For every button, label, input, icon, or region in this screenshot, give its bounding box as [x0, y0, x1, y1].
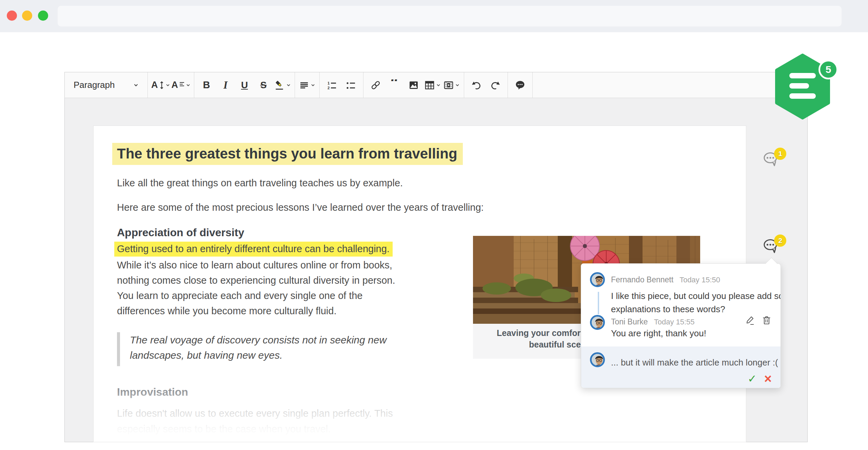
caption-line: Leaving your comfort zo [497, 328, 595, 338]
strikethrough-icon: S [260, 80, 267, 91]
font-family-button[interactable]: A [172, 74, 191, 96]
undo-icon [471, 80, 482, 91]
section-diversity-body: While it’s also nice to learn about cult… [117, 258, 395, 319]
notification-count-badge: 5 [818, 60, 838, 79]
redo-icon [490, 80, 501, 91]
font-size-button[interactable]: A [151, 74, 170, 96]
comment-count-badge: 1 [774, 148, 786, 160]
paragraph-style-label: Paragraph [74, 80, 115, 90]
zoom-window-button[interactable] [38, 11, 48, 21]
undo-button[interactable] [468, 74, 485, 96]
quote-line: The real voyage of discovery consists no… [130, 332, 387, 348]
submit-comment-button[interactable]: ✓ [748, 372, 757, 385]
bulleted-list-icon [346, 80, 356, 90]
font-size-arrows-icon [159, 81, 164, 90]
body-line: You learn to appreciate each and every s… [117, 288, 395, 303]
chevron-down-icon [286, 83, 291, 88]
comment-draft-section: ... but it will make the article much lo… [581, 346, 781, 388]
insert-media-button[interactable] [443, 74, 460, 96]
bulleted-list-button[interactable] [342, 74, 360, 96]
blockquote: The real voyage of discovery consists no… [130, 332, 387, 363]
intro-paragraph-1: Like all the great things on earth trave… [117, 177, 403, 189]
close-window-button[interactable] [7, 11, 17, 21]
chevron-down-icon [186, 83, 191, 88]
comment-count-badge: 2 [774, 235, 786, 247]
comment-timestamp: Today 15:55 [654, 318, 695, 326]
bold-icon: B [203, 79, 210, 91]
comment-author: Fernando Bennett [611, 275, 673, 284]
avatar [590, 352, 605, 367]
document-title: The three greatest things you learn from… [112, 146, 463, 162]
svg-text:2: 2 [328, 86, 330, 90]
body-line: While it’s also nice to learn about cult… [117, 258, 395, 273]
editor-toolbar: Paragraph A A B I U S [65, 72, 807, 98]
strikethrough-button[interactable]: S [255, 74, 272, 96]
italic-icon: I [223, 79, 228, 91]
highlight-marker-icon [274, 80, 285, 91]
editor-content-area: The three greatest things you learn from… [65, 98, 807, 442]
insert-image-icon [409, 80, 419, 90]
paragraph-style-dropdown[interactable]: Paragraph [68, 74, 144, 96]
comment-timestamp: Today 15:50 [679, 276, 720, 284]
highlight-button[interactable] [274, 74, 291, 96]
cancel-comment-button[interactable]: × [764, 373, 772, 384]
comment-marker-1[interactable]: 1 [763, 148, 787, 173]
edit-comment-button[interactable] [745, 315, 755, 325]
comment-thread-popup: Fernando BennettToday 15:50 I like this … [581, 263, 781, 388]
browser-chrome [0, 0, 868, 32]
comment-author: Toni Burke [611, 317, 648, 326]
insert-table-button[interactable] [424, 74, 441, 96]
link-button[interactable] [367, 74, 384, 96]
italic-button[interactable]: I [217, 74, 234, 96]
redo-button[interactable] [487, 74, 504, 96]
screen: { "chrome": { "traffic_lights": ["close"… [0, 0, 868, 450]
bold-button[interactable]: B [198, 74, 215, 96]
block-quote-icon: “ [390, 79, 399, 91]
address-bar[interactable] [58, 6, 842, 26]
comment-text: I like this piece, but could you please … [611, 289, 781, 316]
toolbar-separator [532, 72, 533, 98]
comment-draft-input[interactable]: ... but it will make the article much lo… [611, 356, 778, 369]
avatar [590, 315, 605, 330]
underline-button[interactable]: U [236, 74, 253, 96]
comment-text: You are right, thank you! [611, 327, 706, 340]
text-alignment-button[interactable] [298, 74, 316, 96]
comments-notification-widget[interactable]: 5 [774, 54, 845, 121]
chevron-down-icon [455, 83, 460, 88]
comment-author-row: Toni BurkeToday 15:55 [611, 317, 695, 326]
body-line: differences while you become more cultur… [117, 303, 395, 319]
intro-paragraph-2: Here are some of the most precious lesso… [117, 202, 484, 213]
chevron-down-icon [133, 82, 139, 88]
avatar [590, 272, 605, 287]
add-comment-button[interactable] [511, 74, 529, 96]
thread-connector-line [598, 292, 599, 314]
section-heading-diversity: Appreciation of diversity [117, 226, 244, 239]
numbered-list-button[interactable]: 1 2 [323, 74, 341, 96]
editor-window: Paragraph A A B I U S [64, 72, 808, 442]
insert-media-icon [443, 80, 454, 90]
comment-marker-2[interactable]: 2 [763, 235, 787, 260]
font-size-icon: A [151, 80, 158, 90]
align-text-icon [299, 80, 309, 90]
font-family-lines-icon [179, 81, 184, 90]
insert-table-icon [425, 80, 435, 90]
highlighted-sentence: Getting used to an entirely different cu… [114, 243, 393, 255]
body-line: nothing comes close to experiencing cult… [117, 273, 395, 288]
comment-author-row: Fernando BennettToday 15:50 [611, 275, 720, 284]
comment-bubble-icon [514, 79, 526, 91]
link-icon [370, 80, 381, 91]
minimize-window-button[interactable] [22, 11, 32, 21]
chevron-down-icon [436, 83, 441, 88]
font-family-icon: A [172, 80, 178, 90]
svg-text:1: 1 [328, 81, 330, 85]
block-quote-button[interactable]: “ [386, 74, 403, 96]
chevron-down-icon [165, 83, 170, 88]
underline-icon: U [241, 80, 248, 91]
numbered-list-icon: 1 2 [327, 80, 337, 90]
delete-comment-button[interactable] [762, 315, 772, 325]
insert-image-button[interactable] [405, 74, 422, 96]
chevron-down-icon [311, 83, 315, 88]
